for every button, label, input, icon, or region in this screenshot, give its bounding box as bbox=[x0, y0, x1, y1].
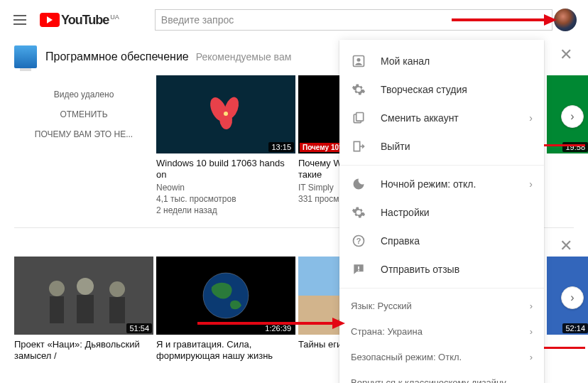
country-code: UA bbox=[110, 14, 119, 21]
moon-icon bbox=[351, 176, 366, 192]
menu-language[interactable]: Язык: Русский › bbox=[339, 293, 544, 318]
annotation-arrow bbox=[197, 316, 347, 330]
menu-label: Отправить отзыв bbox=[381, 264, 459, 275]
account-menu: Мой канал Творческая студия Сменить акка… bbox=[339, 40, 544, 383]
menu-label: Выйти bbox=[381, 141, 410, 152]
menu-classic-design[interactable]: Вернуться к классическому дизайну bbox=[339, 369, 544, 383]
view-count: 4,1 тыс. просмотров bbox=[156, 193, 295, 205]
svg-marker-25 bbox=[332, 318, 345, 329]
video-title[interactable]: Windows 10 build 17063 hands on bbox=[156, 158, 295, 180]
duration-badge: 13:15 bbox=[268, 142, 294, 152]
menu-label: Мой канал bbox=[381, 55, 430, 67]
upload-age: 2 недели назад bbox=[156, 205, 295, 216]
svg-rect-9 bbox=[77, 295, 94, 323]
svg-point-3 bbox=[224, 112, 228, 116]
menu-sign-out[interactable]: Выйти bbox=[339, 132, 544, 161]
menu-icon[interactable] bbox=[11, 11, 28, 28]
menu-label: Творческая студия bbox=[381, 84, 467, 95]
gear-icon bbox=[351, 82, 366, 97]
video-title[interactable]: Проект «Наци»: Дьявольский замысел / bbox=[14, 339, 153, 362]
menu-help[interactable]: ? Справка bbox=[339, 227, 544, 255]
shelf-next-button[interactable]: › bbox=[561, 286, 584, 309]
menu-label: Безопасный режим: Откл. bbox=[351, 352, 462, 362]
annotation-underline bbox=[544, 144, 585, 146]
section-subtitle: Рекомендуемые вам bbox=[196, 51, 292, 63]
divider bbox=[339, 165, 544, 166]
chevron-right-icon: › bbox=[570, 110, 574, 123]
shelf-next-button[interactable]: › bbox=[561, 105, 584, 128]
duration-badge: 51:54 bbox=[126, 323, 152, 333]
svg-point-6 bbox=[77, 278, 94, 295]
divider bbox=[339, 288, 544, 288]
svg-rect-16 bbox=[356, 113, 364, 122]
menu-restricted-mode[interactable]: Безопасный режим: Откл. › bbox=[339, 344, 544, 369]
exit-icon bbox=[351, 139, 366, 154]
svg-point-14 bbox=[357, 58, 361, 62]
play-icon bbox=[40, 13, 60, 27]
menu-label: Настройки bbox=[381, 207, 430, 218]
close-icon[interactable]: ✕ bbox=[560, 237, 572, 255]
menu-switch-account[interactable]: Сменить аккаунт › bbox=[339, 104, 544, 132]
video-card[interactable]: 13:15 Windows 10 build 17063 hands on Ne… bbox=[156, 75, 295, 216]
chevron-right-icon: › bbox=[529, 112, 533, 124]
menu-country[interactable]: Страна: Украина › bbox=[339, 318, 544, 344]
video-card[interactable]: 1:26:39 Я и гравитация. Сила, формирующа… bbox=[156, 257, 295, 363]
menu-label: Язык: Русский bbox=[351, 301, 412, 311]
annotation-arrow bbox=[452, 13, 558, 27]
help-icon: ? bbox=[351, 233, 366, 249]
video-card[interactable]: 51:54 Проект «Наци»: Дьявольский замысел… bbox=[14, 257, 153, 363]
annotation-underline bbox=[544, 347, 585, 349]
feedback-icon bbox=[351, 261, 366, 277]
duration-badge: 52:14 bbox=[562, 323, 588, 333]
menu-label: Вернуться к классическому дизайну bbox=[351, 377, 506, 384]
svg-marker-23 bbox=[544, 14, 557, 26]
menu-my-channel[interactable]: Мой канал bbox=[339, 47, 544, 75]
undo-button[interactable]: ОТМЕНИТЬ bbox=[60, 109, 107, 119]
chevron-right-icon: › bbox=[530, 352, 533, 362]
menu-label: Сменить аккаунт bbox=[381, 112, 459, 124]
thumbnail[interactable]: 13:15 bbox=[156, 75, 295, 153]
close-icon[interactable]: ✕ bbox=[560, 45, 572, 64]
svg-rect-20 bbox=[358, 266, 359, 269]
channel-name[interactable]: Neowin bbox=[156, 182, 295, 193]
logo-text: YouTube bbox=[61, 13, 109, 28]
svg-rect-21 bbox=[358, 270, 359, 271]
youtube-logo[interactable]: YouTube UA bbox=[40, 13, 119, 28]
chevron-right-icon: › bbox=[530, 326, 533, 337]
svg-rect-17 bbox=[354, 141, 359, 151]
svg-rect-8 bbox=[50, 296, 64, 323]
deleted-label: Видео удалено bbox=[54, 90, 114, 99]
deleted-card: Видео удалено ОТМЕНИТЬ ПОЧЕМУ ВАМ ЭТО НЕ… bbox=[14, 75, 153, 216]
menu-creator-studio[interactable]: Творческая студия bbox=[339, 75, 544, 104]
svg-rect-10 bbox=[109, 297, 125, 323]
switch-account-icon bbox=[351, 110, 366, 126]
chevron-right-icon: › bbox=[570, 291, 574, 304]
why-link[interactable]: ПОЧЕМУ ВАМ ЭТО НЕ... bbox=[35, 129, 133, 139]
account-box-icon bbox=[351, 53, 366, 69]
menu-label: Справка bbox=[381, 235, 420, 247]
video-title[interactable]: Я и гравитация. Сила, формирующая нашу ж… bbox=[156, 339, 295, 362]
menu-dark-theme[interactable]: Ночной режим: откл. › bbox=[339, 170, 544, 198]
menu-label: Ночной режим: откл. bbox=[381, 178, 476, 190]
chevron-right-icon: › bbox=[530, 301, 533, 311]
menu-settings[interactable]: Настройки bbox=[339, 198, 544, 227]
chevron-right-icon: › bbox=[529, 178, 533, 190]
svg-point-7 bbox=[109, 281, 125, 297]
svg-text:?: ? bbox=[356, 237, 361, 245]
software-icon bbox=[14, 45, 37, 68]
menu-feedback[interactable]: Отправить отзыв bbox=[339, 255, 544, 284]
section-title: Программное обеспечение bbox=[45, 50, 189, 63]
menu-label: Страна: Украина bbox=[351, 326, 423, 337]
gear-icon bbox=[351, 205, 366, 220]
svg-point-5 bbox=[49, 281, 65, 296]
thumbnail[interactable]: 51:54 bbox=[14, 257, 153, 335]
